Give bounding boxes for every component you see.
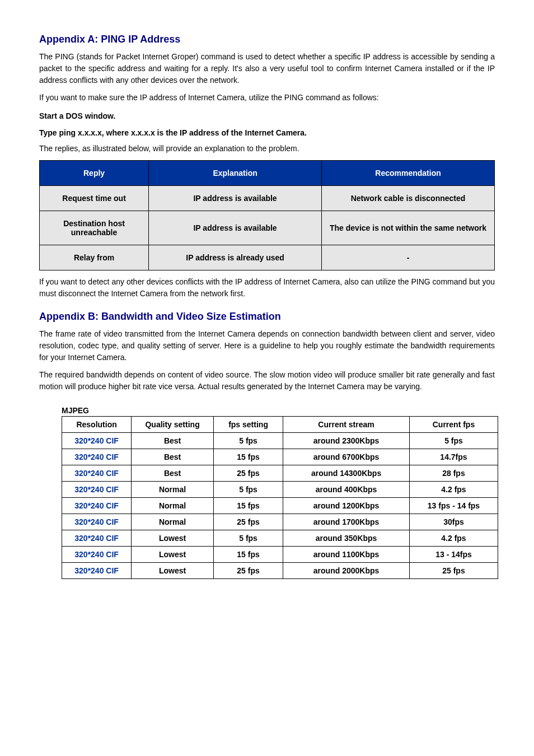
table-row: 320*240 CIF Lowest 15 fps around 1100Kbp… [62, 547, 498, 563]
mjpeg-cell: around 1200Kbps [283, 498, 410, 514]
mjpeg-cell: around 14300Kbps [283, 465, 410, 482]
mjpeg-cell: 28 fps [409, 465, 498, 482]
appendix-b-title: Appendix B: Bandwidth and Video Size Est… [39, 311, 495, 323]
table-row: 320*240 CIF Best 5 fps around 2300Kbps 5… [62, 433, 498, 449]
mjpeg-cell: 15 fps [213, 498, 283, 514]
mjpeg-cell-resolution: 320*240 CIF [62, 530, 132, 547]
appendix-a-title: Appendix A: PING IP Address [39, 34, 495, 45]
appendix-a-paragraph-2: If you want to make sure the IP address … [39, 92, 495, 104]
mjpeg-cell: Best [132, 449, 214, 465]
mjpeg-cell: around 350Kbps [283, 530, 410, 547]
table-row: 320*240 CIF Normal 15 fps around 1200Kbp… [62, 498, 498, 514]
ping-cell: - [322, 245, 495, 270]
mjpeg-cell: 15 fps [213, 449, 283, 465]
mjpeg-cell: 5 fps [213, 530, 283, 547]
ping-cell: Network cable is disconnected [322, 186, 495, 211]
mjpeg-cell: Lowest [132, 547, 214, 563]
mjpeg-cell: Lowest [132, 530, 214, 547]
mjpeg-cell: 13 fps - 14 fps [409, 498, 498, 514]
mjpeg-cell: around 2000Kbps [283, 563, 410, 579]
ping-header-reply: Reply [40, 161, 149, 186]
mjpeg-header-quality: Quality setting [132, 417, 214, 433]
mjpeg-cell-resolution: 320*240 CIF [62, 433, 132, 449]
ping-cell: IP address is already used [149, 245, 322, 270]
mjpeg-cell: 13 - 14fps [409, 547, 498, 563]
mjpeg-cell: Normal [132, 498, 214, 514]
mjpeg-header-current-stream: Current stream [283, 417, 410, 433]
appendix-a-bullet-1: Start a DOS window. [39, 111, 495, 120]
table-header-row: Resolution Quality setting fps setting C… [62, 417, 498, 433]
mjpeg-cell: Normal [132, 514, 214, 530]
table-header-row: Reply Explanation Recommendation [40, 161, 495, 186]
appendix-a-trailing-para: If you want to detect any other devices … [39, 276, 495, 300]
mjpeg-table: Resolution Quality setting fps setting C… [62, 416, 498, 579]
mjpeg-header-current-fps: Current fps [409, 417, 498, 433]
mjpeg-cell-resolution: 320*240 CIF [62, 547, 132, 563]
mjpeg-cell: 15 fps [213, 547, 283, 563]
mjpeg-cell: around 1100Kbps [283, 547, 410, 563]
ping-table: Reply Explanation Recommendation Request… [39, 160, 495, 270]
mjpeg-cell-resolution: 320*240 CIF [62, 449, 132, 465]
appendix-a-paragraph-1: The PING (stands for Packet Internet Gro… [39, 51, 495, 86]
mjpeg-cell: around 1700Kbps [283, 514, 410, 530]
appendix-b-paragraph-2: The required bandwidth depends on conten… [39, 369, 495, 393]
table-row: Destination host unreachable IP address … [40, 211, 495, 245]
mjpeg-cell: around 6700Kbps [283, 449, 410, 465]
table-row: 320*240 CIF Normal 25 fps around 1700Kbp… [62, 514, 498, 530]
table-row: 320*240 CIF Best 25 fps around 14300Kbps… [62, 465, 498, 482]
ping-cell: The device is not within the same networ… [322, 211, 495, 245]
mjpeg-cell: around 400Kbps [283, 482, 410, 498]
ping-cell: IP address is available [149, 211, 322, 245]
mjpeg-cell-resolution: 320*240 CIF [62, 465, 132, 482]
mjpeg-cell-resolution: 320*240 CIF [62, 514, 132, 530]
mjpeg-label: MJPEG [62, 406, 495, 415]
table-row: 320*240 CIF Normal 5 fps around 400Kbps … [62, 482, 498, 498]
table-row: Relay from IP address is already used - [40, 245, 495, 270]
ping-cell: Request time out [40, 186, 149, 211]
mjpeg-cell: 25 fps [213, 563, 283, 579]
mjpeg-header-resolution: Resolution [62, 417, 132, 433]
ping-cell: Destination host unreachable [40, 211, 149, 245]
mjpeg-cell: 25 fps [213, 514, 283, 530]
mjpeg-header-fps-setting: fps setting [213, 417, 283, 433]
mjpeg-cell: Best [132, 465, 214, 482]
mjpeg-cell: 5 fps [409, 433, 498, 449]
table-row: 320*240 CIF Best 15 fps around 6700Kbps … [62, 449, 498, 465]
mjpeg-cell: 4.2 fps [409, 530, 498, 547]
appendix-b-paragraph-1: The frame rate of video transmitted from… [39, 328, 495, 363]
table-row: Request time out IP address is available… [40, 186, 495, 211]
appendix-a-bullet-2: Type ping x.x.x.x, where x.x.x.x is the … [39, 128, 495, 137]
mjpeg-cell: 25 fps [213, 465, 283, 482]
mjpeg-cell: Lowest [132, 563, 214, 579]
document-page: Appendix A: PING IP Address The PING (st… [0, 0, 534, 601]
table-row: 320*240 CIF Lowest 25 fps around 2000Kbp… [62, 563, 498, 579]
mjpeg-cell-resolution: 320*240 CIF [62, 482, 132, 498]
mjpeg-cell: 14.7fps [409, 449, 498, 465]
ping-header-recommendation: Recommendation [322, 161, 495, 186]
mjpeg-cell: 25 fps [409, 563, 498, 579]
mjpeg-cell: 30fps [409, 514, 498, 530]
ping-cell: IP address is available [149, 186, 322, 211]
mjpeg-cell-resolution: 320*240 CIF [62, 563, 132, 579]
mjpeg-cell: 5 fps [213, 433, 283, 449]
mjpeg-cell: Normal [132, 482, 214, 498]
mjpeg-cell-resolution: 320*240 CIF [62, 498, 132, 514]
table-row: 320*240 CIF Lowest 5 fps around 350Kbps … [62, 530, 498, 547]
appendix-a-paragraph-3: The replies, as illustrated below, will … [39, 143, 495, 155]
mjpeg-cell: 5 fps [213, 482, 283, 498]
ping-header-explanation: Explanation [149, 161, 322, 186]
mjpeg-cell: around 2300Kbps [283, 433, 410, 449]
mjpeg-cell: Best [132, 433, 214, 449]
ping-cell: Relay from [40, 245, 149, 270]
mjpeg-cell: 4.2 fps [409, 482, 498, 498]
